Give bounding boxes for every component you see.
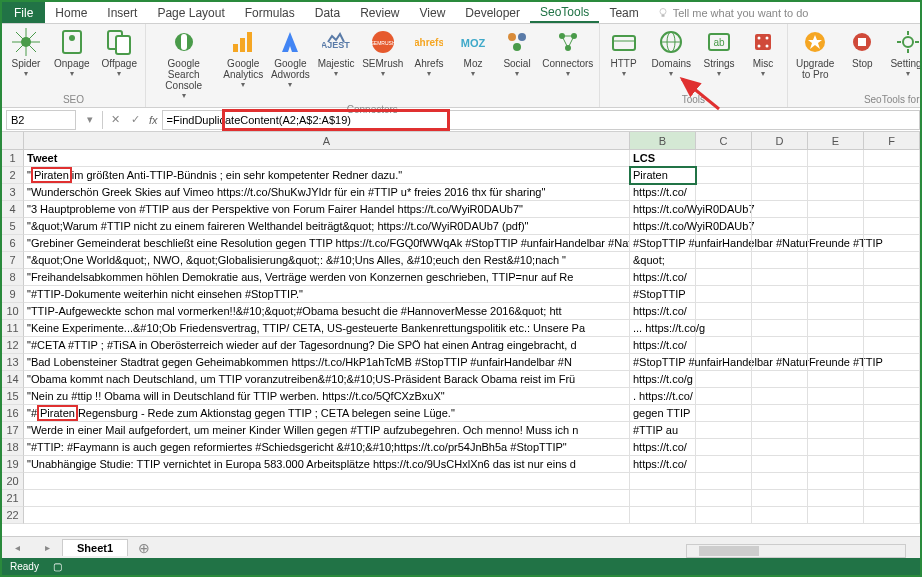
cell-C7[interactable] xyxy=(696,252,752,269)
cell-F3[interactable] xyxy=(864,184,920,201)
ribbon-ahrefs[interactable]: ahrefsAhrefs▾ xyxy=(411,26,447,80)
cell-C2[interactable] xyxy=(696,167,752,184)
cell-B6[interactable]: #StopTTIP #unfairHandelbar #NaturFreunde… xyxy=(630,235,696,252)
ribbon-misc[interactable]: Misc▾ xyxy=(745,26,781,80)
cell-C8[interactable] xyxy=(696,269,752,286)
cell-A2[interactable]: "Piraten im größten Anti-TTIP-Bündnis ; … xyxy=(24,167,630,184)
cell-E7[interactable] xyxy=(808,252,864,269)
ribbon-http[interactable]: HTTP▾ xyxy=(606,26,642,80)
cell-A5[interactable]: "&quot;Warum #TTIP nicht zu einem fairer… xyxy=(24,218,630,235)
select-all-cells[interactable] xyxy=(2,132,24,149)
cell-D6[interactable] xyxy=(752,235,808,252)
tab-page-layout[interactable]: Page Layout xyxy=(147,2,234,23)
cell-C11[interactable] xyxy=(696,320,752,337)
cell-E17[interactable] xyxy=(808,422,864,439)
cell-D3[interactable] xyxy=(752,184,808,201)
cell-E9[interactable] xyxy=(808,286,864,303)
cell-F13[interactable] xyxy=(864,354,920,371)
cell-A3[interactable]: "Wunderschön Greek Skies auf Vimeo https… xyxy=(24,184,630,201)
row-header[interactable]: 20 xyxy=(2,473,24,490)
tab-view[interactable]: View xyxy=(410,2,456,23)
cell-F2[interactable] xyxy=(864,167,920,184)
cell-D20[interactable] xyxy=(752,473,808,490)
cell-F9[interactable] xyxy=(864,286,920,303)
cell-C9[interactable] xyxy=(696,286,752,303)
cell-E4[interactable] xyxy=(808,201,864,218)
row-header[interactable]: 6 xyxy=(2,235,24,252)
cell-C13[interactable] xyxy=(696,354,752,371)
cell-D22[interactable] xyxy=(752,507,808,524)
row-header[interactable]: 9 xyxy=(2,286,24,303)
cell-C4[interactable] xyxy=(696,201,752,218)
sheet-tab-sheet1[interactable]: Sheet1 xyxy=(62,539,128,556)
cell-B18[interactable]: https://t.co/ xyxy=(630,439,696,456)
cell-B11[interactable]: ... https://t.co/g xyxy=(630,320,696,337)
cell-D5[interactable] xyxy=(752,218,808,235)
cell-F11[interactable] xyxy=(864,320,920,337)
file-tab[interactable]: File xyxy=(2,2,45,23)
cell-A19[interactable]: "Unabhängige Studie: TTIP vernichtet in … xyxy=(24,456,630,473)
cell-B12[interactable]: https://t.co/ xyxy=(630,337,696,354)
cell-B22[interactable] xyxy=(630,507,696,524)
sheet-nav[interactable]: ◂▸ xyxy=(2,542,62,553)
tab-insert[interactable]: Insert xyxy=(97,2,147,23)
ribbon-stop[interactable]: Stop xyxy=(844,26,880,71)
row-header[interactable]: 16 xyxy=(2,405,24,422)
tell-me[interactable]: Tell me what you want to do xyxy=(649,2,809,23)
cell-F18[interactable] xyxy=(864,439,920,456)
cell-D21[interactable] xyxy=(752,490,808,507)
cell-C16[interactable] xyxy=(696,405,752,422)
cell-F22[interactable] xyxy=(864,507,920,524)
cell-B9[interactable]: #StopTTIP xyxy=(630,286,696,303)
cell-A14[interactable]: "Obama kommt nach Deutschland, um TTIP v… xyxy=(24,371,630,388)
tab-seotools[interactable]: SeoTools xyxy=(530,2,599,23)
row-header[interactable]: 10 xyxy=(2,303,24,320)
tab-home[interactable]: Home xyxy=(45,2,97,23)
cell-C5[interactable] xyxy=(696,218,752,235)
cell-C17[interactable] xyxy=(696,422,752,439)
row-header[interactable]: 2 xyxy=(2,167,24,184)
name-box-dropdown[interactable]: ▾ xyxy=(80,113,100,126)
horizontal-scrollbar[interactable] xyxy=(686,544,906,558)
row-header[interactable]: 14 xyxy=(2,371,24,388)
cell-D10[interactable] xyxy=(752,303,808,320)
row-header[interactable]: 5 xyxy=(2,218,24,235)
cell-D1[interactable] xyxy=(752,150,808,167)
cell-D11[interactable] xyxy=(752,320,808,337)
cell-E12[interactable] xyxy=(808,337,864,354)
cell-B21[interactable] xyxy=(630,490,696,507)
cell-A10[interactable]: "TTIP-Aufgeweckte schon mal vormerken!!&… xyxy=(24,303,630,320)
cell-A13[interactable]: "Bad Lobensteiner Stadtrat gegen Geheima… xyxy=(24,354,630,371)
cell-C22[interactable] xyxy=(696,507,752,524)
row-header[interactable]: 11 xyxy=(2,320,24,337)
ribbon-onpage[interactable]: Onpage▾ xyxy=(52,26,92,80)
cell-B10[interactable]: https://t.co/ xyxy=(630,303,696,320)
cell-D16[interactable] xyxy=(752,405,808,422)
tab-formulas[interactable]: Formulas xyxy=(235,2,305,23)
col-header-A[interactable]: A xyxy=(24,132,630,149)
formula-input[interactable]: =FindDuplicateContent(A2;A$2:A$19) xyxy=(162,110,920,130)
cell-A20[interactable] xyxy=(24,473,630,490)
tab-team[interactable]: Team xyxy=(599,2,648,23)
cell-D8[interactable] xyxy=(752,269,808,286)
row-header[interactable]: 18 xyxy=(2,439,24,456)
cell-F4[interactable] xyxy=(864,201,920,218)
cell-B20[interactable] xyxy=(630,473,696,490)
name-box[interactable]: B2 xyxy=(6,110,76,130)
cell-C20[interactable] xyxy=(696,473,752,490)
cell-B17[interactable]: #TTIP au xyxy=(630,422,696,439)
cell-B7[interactable]: &quot; xyxy=(630,252,696,269)
cell-D13[interactable] xyxy=(752,354,808,371)
ribbon-spider[interactable]: Spider▾ xyxy=(8,26,44,80)
macro-record-icon[interactable]: ▢ xyxy=(53,561,62,572)
cell-E5[interactable] xyxy=(808,218,864,235)
cell-C18[interactable] xyxy=(696,439,752,456)
cell-E22[interactable] xyxy=(808,507,864,524)
ribbon-majestic[interactable]: MAJESTICMajestic▾ xyxy=(318,26,355,80)
cell-E21[interactable] xyxy=(808,490,864,507)
col-header-F[interactable]: F xyxy=(864,132,920,149)
cell-F16[interactable] xyxy=(864,405,920,422)
ribbon-gsc[interactable]: Google SearchConsole▾ xyxy=(152,26,215,102)
cell-D2[interactable] xyxy=(752,167,808,184)
add-sheet-button[interactable]: ⊕ xyxy=(138,540,150,556)
